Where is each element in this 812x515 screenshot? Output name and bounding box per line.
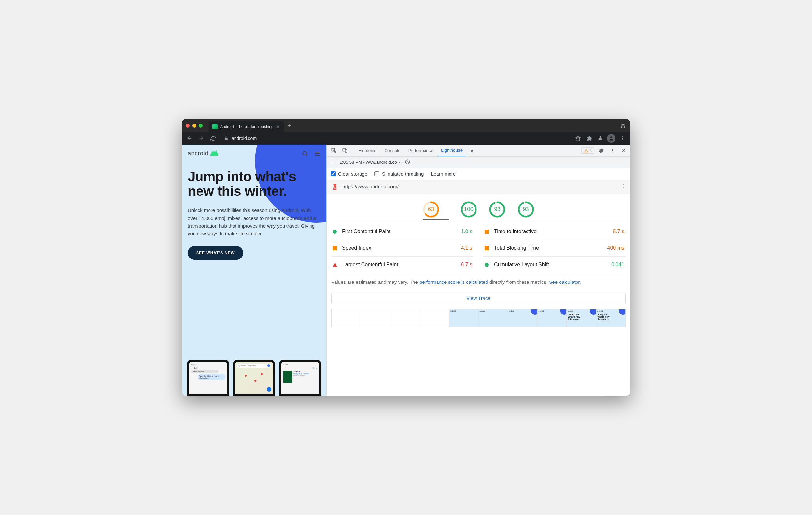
svg-point-15 [623,184,624,185]
metric-row[interactable]: Time to Interactive 5.7 s [483,223,626,240]
url-text: android.com [232,136,257,141]
svg-rect-8 [586,150,586,151]
menu-icon[interactable] [314,150,321,157]
phone-mockups: 11:00▾▪ ←John Happy holidays! Wow! Can't… [182,360,326,395]
metric-value: 0.041 [611,262,624,268]
svg-point-10 [612,149,613,149]
score-gauge[interactable]: 63 [423,201,439,218]
extensions-button[interactable] [584,133,594,144]
browser-menu-button[interactable] [617,133,628,144]
android-robot-icon [210,151,218,156]
new-report-button[interactable]: + [329,159,333,165]
incognito-icon [620,122,626,129]
settings-button[interactable] [596,148,607,153]
tab-console[interactable]: Console [380,145,404,156]
metric-label: Speed Index [342,245,371,251]
close-tab-button[interactable]: ✕ [276,124,280,129]
tab-lighthouse[interactable]: Lighthouse [437,145,466,156]
tab-elements[interactable]: Elements [354,145,380,156]
view-trace-button[interactable]: View Trace [331,293,626,304]
metric-label: First Contentful Paint [342,229,390,235]
score-gauge[interactable]: 93 [489,201,506,218]
svg-point-3 [622,139,623,140]
metric-value: 400 ms [607,245,624,251]
score-gauge[interactable]: 100 [460,201,477,218]
page-viewport: android Jump into what's new this winter… [182,145,326,395]
filmstrip-frame[interactable]: android [508,309,538,327]
traffic-lights [186,124,203,128]
lighthouse-options: Clear storage Simulated throttling Learn… [327,168,630,180]
score-gauge[interactable]: 93 [517,201,534,218]
filmstrip-frame[interactable] [331,309,361,327]
filmstrip-frame[interactable]: android [538,309,567,327]
clear-storage-checkbox[interactable]: Clear storage [331,171,367,177]
device-toolbar-button[interactable] [339,145,350,156]
metric-value: 5.7 s [613,229,624,235]
metric-row[interactable]: Cumulative Layout Shift 0.041 [483,256,626,273]
forward-button[interactable] [196,133,207,144]
metric-row[interactable]: First Contentful Paint 1.0 s [331,223,473,240]
window-titlebar: Android | The platform pushing ✕ + [182,120,630,132]
report-selector[interactable]: 1:05:58 PM - www.android.co▼ [340,160,402,164]
filmstrip-frame[interactable]: android [449,309,479,327]
profile-button[interactable] [606,133,616,144]
lighthouse-icon [331,183,339,190]
status-icon [332,263,337,267]
svg-rect-14 [334,185,336,186]
devtools-tab-strip: Elements Console Performance Lighthouse … [327,145,630,156]
close-window-button[interactable] [186,124,190,128]
filmstrip-frame[interactable] [390,309,420,327]
inspect-element-button[interactable] [328,145,339,156]
score-gauges: 63 100 93 93 [331,194,626,223]
devtools-menu-button[interactable] [607,148,618,153]
back-button[interactable] [184,133,195,144]
report-menu-button[interactable] [621,184,626,190]
close-devtools-button[interactable] [618,148,629,153]
new-tab-button[interactable]: + [288,122,291,129]
clear-all-button[interactable] [405,159,410,165]
warnings-badge[interactable]: 2 [581,147,594,154]
svg-point-0 [610,137,612,138]
metrics-section: First Contentful Paint 1.0 s Time to Int… [327,223,630,273]
android-logo[interactable]: android [188,150,218,157]
maximize-window-button[interactable] [199,124,203,128]
metric-value: 4.1 s [461,245,472,251]
svg-point-2 [622,138,623,139]
filmstrip-frame[interactable]: android [479,309,508,327]
search-icon[interactable] [302,150,308,157]
minimize-window-button[interactable] [192,124,196,128]
tab-performance[interactable]: Performance [404,145,437,156]
report-url-row: https://www.android.com/ [327,180,630,194]
labs-button[interactable] [595,133,605,144]
svg-point-17 [623,187,624,188]
filmstrip-frame[interactable]: androidJump intowhat's newthis winter. [596,309,626,327]
score-calc-link[interactable]: performance score is calculated [419,279,488,285]
metric-label: Time to Interactive [494,229,536,235]
calculator-link[interactable]: See calculator. [549,279,581,285]
favicon-icon [212,124,218,129]
svg-point-4 [303,151,306,155]
status-icon [485,246,489,250]
metrics-footnote: Values are estimated and may vary. The p… [327,273,630,291]
bookmark-button[interactable] [573,133,583,144]
reload-button[interactable] [208,133,218,144]
filmstrip-frame[interactable] [361,309,391,327]
filmstrip-frame[interactable] [420,309,450,327]
filmstrip-frame[interactable]: androidJump intowhat's newthis winter. [567,309,596,327]
metric-value: 1.0 s [461,229,472,235]
metric-label: Total Blocking Time [494,245,539,251]
learn-more-link[interactable]: Learn more [431,171,456,177]
svg-point-1 [622,137,623,138]
address-bar[interactable]: android.com [220,133,569,143]
metric-row[interactable]: Largest Contentful Paint 6.7 s [331,256,473,273]
status-icon [332,230,337,234]
metric-row[interactable]: Speed Index 4.1 s [331,240,473,256]
simulated-throttling-checkbox[interactable]: Simulated throttling [375,171,424,177]
browser-tab[interactable]: Android | The platform pushing ✕ [208,121,284,132]
svg-point-11 [612,150,613,151]
more-tabs-button[interactable]: » [466,145,477,156]
lighthouse-toolbar: + 1:05:58 PM - www.android.co▼ [327,156,630,168]
cta-button[interactable]: SEE WHAT'S NEW [188,246,243,260]
svg-point-12 [612,151,613,152]
metric-row[interactable]: Total Blocking Time 400 ms [483,240,626,256]
